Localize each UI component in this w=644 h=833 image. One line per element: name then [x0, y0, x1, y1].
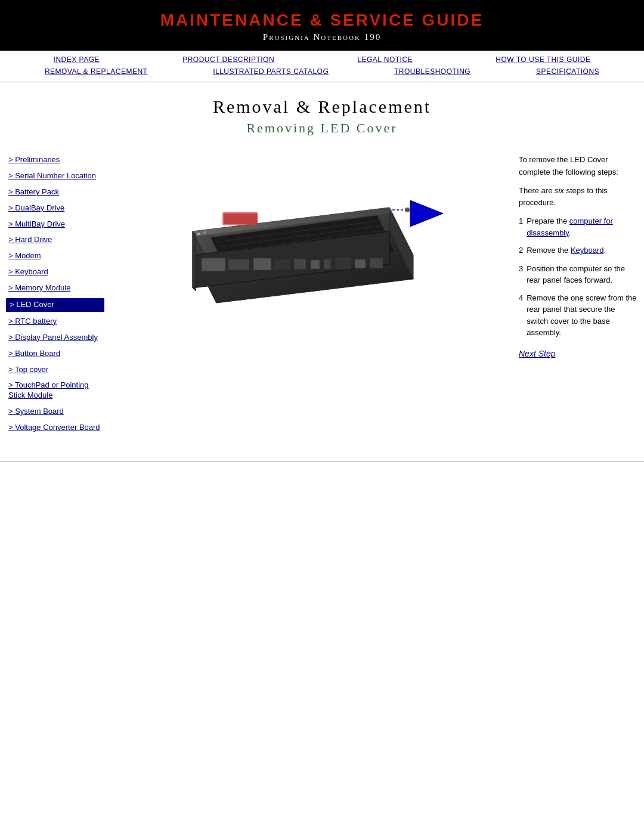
svg-rect-28 — [253, 258, 271, 270]
main-content: > Preliminaries > Serial Number Location… — [0, 142, 644, 444]
sidebar-item-multibay-drive[interactable]: > MultiBay Drive — [6, 218, 104, 231]
sidebar-item-system-board[interactable]: > System Board — [6, 405, 104, 418]
step-num-3: 3 — [519, 263, 523, 275]
svg-rect-30 — [294, 259, 306, 270]
sidebar-item-keyboard[interactable]: > Keyboard — [6, 266, 104, 278]
svg-point-38 — [203, 231, 206, 234]
sidebar: > Preliminaries > Serial Number Location… — [6, 154, 104, 438]
svg-rect-45 — [224, 213, 257, 224]
next-step-link[interactable]: Next Step — [519, 347, 638, 360]
svg-rect-32 — [324, 259, 331, 269]
step-item-3: 3 Position the computer so the rear pane… — [519, 263, 638, 286]
main-title: MAINTENANCE & SERVICE GUIDE — [6, 11, 638, 30]
step-item-1: 1 Prepare the computer for disassembly. — [519, 215, 638, 239]
sidebar-item-led-cover[interactable]: > LED Cover — [6, 298, 104, 312]
step-text-2: Remove the Keyboard. — [527, 244, 638, 256]
svg-point-39 — [209, 231, 212, 233]
step-text-4: Remove the one screw from the rear panel… — [527, 292, 638, 339]
svg-marker-46 — [193, 231, 196, 291]
sidebar-item-top-cover[interactable]: > Top cover — [6, 364, 104, 376]
step-num-1: 1 — [519, 215, 523, 228]
step-num-2: 2 — [519, 244, 523, 257]
intro-text: To remove the LED Cover complete the fol… — [519, 154, 638, 179]
svg-rect-31 — [311, 260, 320, 269]
svg-point-43 — [405, 208, 410, 212]
svg-rect-35 — [370, 258, 383, 268]
page-title-area: Removal & Replacement Removing LED Cover — [0, 82, 644, 142]
sidebar-item-display-panel[interactable]: > Display Panel Assembly — [6, 332, 104, 344]
step-count-italic: six — [555, 186, 564, 195]
step-text-3: Position the computer so the rear panel … — [527, 263, 638, 286]
nav-index-page[interactable]: INDEX PAGE — [54, 55, 100, 64]
sidebar-item-preliminaries[interactable]: > Preliminaries — [6, 154, 104, 166]
center-content — [104, 154, 519, 438]
svg-rect-34 — [355, 259, 366, 268]
sub-title: Prosignia Notebook 190 — [6, 32, 638, 42]
sidebar-item-touchpad[interactable]: > TouchPad or Pointing Stick Module — [6, 379, 104, 402]
nav-specifications[interactable]: SPECIFICATIONS — [536, 67, 599, 76]
svg-rect-33 — [336, 258, 351, 269]
nav-how-to-use[interactable]: HOW TO USE THIS GUIDE — [496, 55, 590, 64]
sidebar-item-button-board[interactable]: > Button Board — [6, 348, 104, 360]
svg-marker-42 — [410, 200, 443, 227]
sidebar-item-rtc-battery[interactable]: > RTC battery — [6, 315, 104, 328]
navigation: INDEX PAGE PRODUCT DESCRIPTION LEGAL NOT… — [0, 51, 644, 82]
keyboard-link[interactable]: Keyboard — [571, 246, 604, 255]
sidebar-item-battery-pack[interactable]: > Battery Pack — [6, 186, 104, 199]
page-subtitle: Removing LED Cover — [6, 120, 638, 136]
nav-troubleshooting[interactable]: TROUBLESHOOTING — [394, 67, 470, 76]
nav-removal-replacement[interactable]: REMOVAL & REPLACEMENT — [45, 67, 148, 76]
sidebar-item-dualbay-drive[interactable]: > DualBay Drive — [6, 202, 104, 215]
right-panel: To remove the LED Cover complete the fol… — [519, 154, 638, 438]
sidebar-item-modem[interactable]: > Modem — [6, 250, 104, 262]
footer-divider — [0, 462, 644, 462]
footer — [0, 468, 644, 478]
step-num-4: 4 — [519, 292, 523, 305]
computer-disassembly-link[interactable]: computer for disassembly — [527, 216, 613, 237]
count-text: There are six steps to this procedure. — [519, 185, 638, 210]
step-item-2: 2 Remove the Keyboard. — [519, 244, 638, 257]
sidebar-item-voltage-converter[interactable]: > Voltage Converter Board — [6, 422, 104, 434]
page-header: MAINTENANCE & SERVICE GUIDE Prosignia No… — [0, 0, 644, 51]
nav-parts-catalog[interactable]: ILLUSTRATED PARTS CATALOG — [213, 67, 329, 76]
nav-product-description[interactable]: PRODUCT DESCRIPTION — [182, 55, 274, 64]
nav-row-2: REMOVAL & REPLACEMENT ILLUSTRATED PARTS … — [12, 67, 632, 76]
page-title: Removal & Replacement — [6, 97, 638, 117]
sidebar-item-serial-number[interactable]: > Serial Number Location — [6, 170, 104, 182]
nav-row-1: INDEX PAGE PRODUCT DESCRIPTION LEGAL NOT… — [12, 55, 632, 64]
laptop-illustration — [157, 160, 467, 374]
svg-rect-29 — [275, 260, 290, 269]
nav-legal-notice[interactable]: LEGAL NOTICE — [357, 55, 413, 64]
sidebar-item-memory-module[interactable]: > Memory Module — [6, 282, 104, 295]
laptop-image-container — [151, 154, 473, 380]
step-text-1: Prepare the computer for disassembly. — [527, 215, 638, 239]
svg-rect-27 — [228, 259, 249, 270]
svg-rect-26 — [202, 258, 225, 271]
step-item-4: 4 Remove the one screw from the rear pan… — [519, 292, 638, 339]
step-list: 1 Prepare the computer for disassembly. … — [519, 215, 638, 339]
sidebar-item-hard-drive[interactable]: > Hard Drive — [6, 234, 104, 246]
